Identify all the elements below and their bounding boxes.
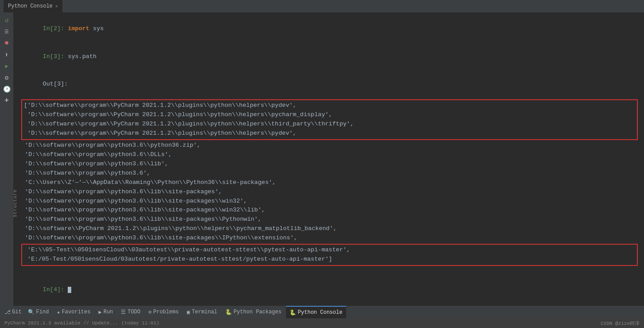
prompt-in3: In[3]: <box>43 53 65 60</box>
status-bar: PyCharm 2021.1.3 available // Update... … <box>0 318 644 328</box>
find-label: Find <box>36 309 49 315</box>
left-toolbar: ↺ ☰ ■ ⬆ ▶ ⚙ 🕐 + <box>0 12 13 306</box>
out-line-3: 'D:\\software\\program\\PyCharm 2021.1.2… <box>24 120 635 129</box>
favorites-label: Favorites <box>62 309 91 315</box>
git-icon: ⎇ <box>4 309 11 316</box>
status-left: PyCharm 2021.1.3 available // Update... … <box>4 320 159 326</box>
out-line-7: 'D:\\software\\program\\python3.6\\lib', <box>21 160 640 169</box>
git-label: Git <box>12 309 22 315</box>
problems-button[interactable]: ⊘ Problems <box>145 306 182 318</box>
terminal-button[interactable]: ▣ Terminal <box>183 306 221 318</box>
blank-line <box>21 267 640 276</box>
input-line-4: In[4]: <box>21 276 640 304</box>
input-line-2: In[2]: import sys <box>21 15 640 43</box>
structure-label: Structure <box>13 189 18 217</box>
rerun-button[interactable]: ↺ <box>2 15 12 25</box>
find-button[interactable]: 🔍 Find <box>24 306 53 318</box>
git-button[interactable]: ⎇ Git <box>3 306 23 318</box>
input-line-3: In[3]: sys.path <box>21 43 640 71</box>
clock-button[interactable]: 🕐 <box>2 84 12 94</box>
python-console-bottom-button[interactable]: 🐍 Python Console <box>286 306 346 318</box>
title-bar: Python Console ✕ <box>0 0 644 12</box>
python-console-icon: 🐍 <box>289 309 296 316</box>
out-line-14: 'D:\\software\\PyCharm 2021.1.2\\plugins… <box>21 224 640 234</box>
python-packages-button[interactable]: 🐍 Python Packages <box>222 306 285 318</box>
problems-label: Problems <box>153 309 179 315</box>
favorites-icon: ★ <box>57 309 60 316</box>
status-right: CSDN @zize样泽 <box>601 320 640 327</box>
list-button[interactable]: ☰ <box>2 27 12 36</box>
out-line-4: 'D:\\software\\program\\PyCharm 2021.1.2… <box>24 129 635 138</box>
up-button[interactable]: ⬆ <box>2 50 12 59</box>
highlight-box-1: ['D:\\software\\program\\PyCharm 2021.1.… <box>21 99 638 140</box>
out-line-11: 'D:\\software\\program\\python3.6\\lib\\… <box>21 197 640 206</box>
out-line-16: 'E:\\05-Test\\0501sensCloud\\03autotest\… <box>24 246 635 255</box>
add-button[interactable]: + <box>2 96 12 105</box>
python-packages-icon: 🐍 <box>225 309 232 316</box>
out-line-8: 'D:\\software\\program\\python3.6', <box>21 169 640 178</box>
out-line-9: 'C:\\Users\\Z’—’—\\AppData\\Roaming\\Pyt… <box>21 178 640 187</box>
out-line-15: 'D:\\software\\program\\python3.6\\lib\\… <box>21 234 640 243</box>
out-line-13: 'D:\\software\\program\\python3.6\\lib\\… <box>21 215 640 224</box>
python-packages-label: Python Packages <box>234 309 282 315</box>
status-left-text: PyCharm 2021.1.3 available // Update... … <box>4 320 159 326</box>
problems-icon: ⊘ <box>148 309 151 316</box>
bottom-toolbar: ⎇ Git 🔍 Find ★ Favorites ▶ Run ☰ TODO ⊘ … <box>0 306 644 318</box>
find-icon: 🔍 <box>28 309 35 316</box>
run-bottom-icon: ▶ <box>98 309 101 316</box>
favorites-button[interactable]: ★ Favorites <box>53 306 94 318</box>
run-bottom-button[interactable]: ▶ Run <box>95 306 116 318</box>
out-line-17: 'E:/05-Test/0501sensCloud/03autotest/pri… <box>24 255 635 264</box>
out-line-2: 'D:\\software\\program\\PyCharm 2021.1.2… <box>24 110 635 120</box>
highlight-box-2: 'E:\\05-Test\\0501sensCloud\\03autotest\… <box>21 244 638 266</box>
terminal-label: Terminal <box>192 309 217 315</box>
todo-icon: ☰ <box>121 309 126 316</box>
python-console-label: Python Console <box>298 309 343 316</box>
out-line-10: 'D:\\software\\program\\python3.6\\lib\\… <box>21 187 640 197</box>
prompt-in4: In[4]: <box>43 286 65 293</box>
out-line-1: ['D:\\software\\program\\PyCharm 2021.1.… <box>24 101 635 110</box>
status-right-text: CSDN @zize样泽 <box>601 321 640 326</box>
out-line-5: 'D:\\software\\program\\python3.6\\pytho… <box>21 141 640 150</box>
out-line-6: 'D:\\software\\program\\python3.6\\DLLs'… <box>21 150 640 160</box>
console-area[interactable]: In[2]: import sys In[3]: sys.path Out[3]… <box>17 12 644 306</box>
cog-button[interactable]: ⚙ <box>2 73 12 82</box>
todo-button[interactable]: ☰ TODO <box>117 306 144 318</box>
terminal-icon: ▣ <box>187 309 190 316</box>
output-label-3: Out[3]: <box>21 71 640 99</box>
todo-label: TODO <box>127 309 140 315</box>
run-button[interactable]: ▶ <box>2 61 12 71</box>
out-line-12: 'D:\\software\\program\\python3.6\\lib\\… <box>21 206 640 215</box>
structure-side: Structure <box>13 12 17 306</box>
run-bottom-label: Run <box>104 309 113 315</box>
tab-label: Python Console <box>8 3 53 9</box>
main-layout: ↺ ☰ ■ ⬆ ▶ ⚙ 🕐 + Structure In[2]: import … <box>0 12 644 306</box>
stop-button[interactable]: ■ <box>2 38 12 48</box>
prompt-in2: In[2]: <box>43 25 65 32</box>
tab-close-icon[interactable]: ✕ <box>55 4 58 9</box>
python-console-tab[interactable]: Python Console ✕ <box>4 0 62 12</box>
cursor <box>68 287 71 293</box>
